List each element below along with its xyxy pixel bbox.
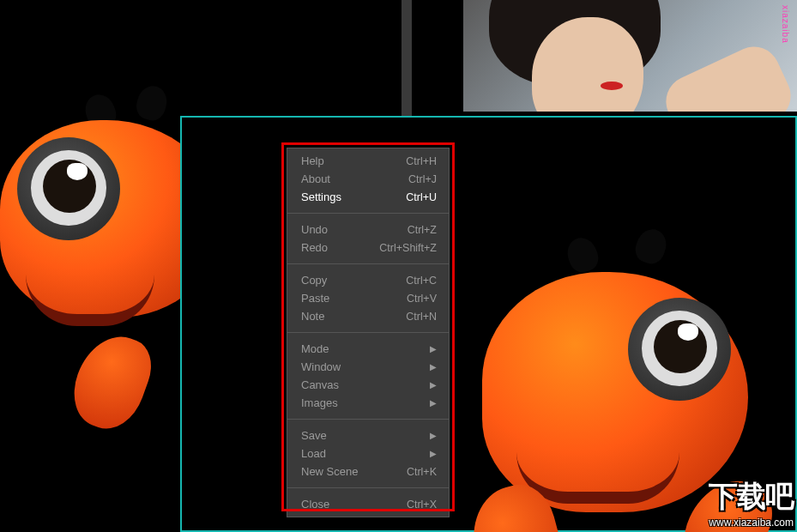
menu-item-close[interactable]: CloseCtrl+X (287, 495, 449, 513)
menu-separator (287, 419, 449, 420)
menu-item-shortcut: Ctrl+H (406, 155, 437, 167)
menu-item-shortcut: Ctrl+K (407, 466, 437, 478)
menu-item-save[interactable]: Save▶ (287, 426, 449, 444)
menu-item-label: Redo (301, 241, 328, 254)
menu-item-label: New Scene (301, 465, 358, 478)
menu-separator (287, 263, 449, 264)
menu-separator (287, 332, 449, 333)
menu-item-shortcut: Ctrl+J (408, 173, 437, 185)
menu-item-canvas[interactable]: Canvas▶ (287, 376, 449, 394)
menu-item-redo[interactable]: RedoCtrl+Shift+Z (287, 239, 449, 257)
menu-item-label: Close (301, 498, 329, 511)
menu-item-paste[interactable]: PasteCtrl+V (287, 289, 449, 307)
menu-item-note[interactable]: NoteCtrl+N (287, 307, 449, 325)
thumbnail-watermark: xiazaiba (781, 5, 790, 44)
menu-item-label: Window (301, 360, 341, 373)
menu-item-new-scene[interactable]: New SceneCtrl+K (287, 462, 449, 481)
reference-thumbnail[interactable]: xiazaiba (463, 0, 797, 112)
menu-item-shortcut: Ctrl+Z (408, 224, 437, 236)
menu-item-label: Undo (301, 223, 328, 236)
menu-item-images[interactable]: Images▶ (287, 394, 449, 412)
menu-separator (287, 213, 449, 214)
menu-item-label: Mode (301, 342, 329, 355)
menu-item-undo[interactable]: UndoCtrl+Z (287, 221, 449, 239)
menu-item-label: About (301, 172, 330, 185)
menu-item-label: Images (301, 396, 338, 409)
menu-item-label: Help (301, 154, 324, 167)
context-menu[interactable]: HelpCtrl+HAboutCtrl+JSettingsCtrl+UUndoC… (287, 148, 450, 517)
menu-item-label: Paste (301, 292, 329, 305)
menu-item-shortcut: Ctrl+C (406, 275, 437, 287)
menu-item-label: Copy (301, 274, 327, 287)
menu-item-label: Load (301, 447, 326, 460)
watermark-url: www.xiazaiba.com (709, 517, 794, 529)
menu-item-mode[interactable]: Mode▶ (287, 340, 449, 358)
menu-item-label: Settings (301, 190, 341, 203)
menu-item-settings[interactable]: SettingsCtrl+U (287, 188, 449, 206)
site-watermark: 下载吧 www.xiazaiba.com (709, 477, 794, 529)
menu-item-help[interactable]: HelpCtrl+H (287, 152, 449, 170)
menu-item-shortcut: Ctrl+X (407, 499, 437, 511)
submenu-arrow-icon: ▶ (430, 398, 437, 408)
menu-item-shortcut: Ctrl+Shift+Z (379, 242, 437, 254)
menu-item-shortcut: Ctrl+U (406, 191, 437, 203)
submenu-arrow-icon: ▶ (430, 344, 437, 354)
menu-item-window[interactable]: Window▶ (287, 358, 449, 376)
active-window[interactable] (180, 116, 797, 532)
menu-separator (287, 487, 449, 488)
menu-item-load[interactable]: Load▶ (287, 444, 449, 462)
menu-item-copy[interactable]: CopyCtrl+C (287, 271, 449, 289)
menu-item-label: Canvas (301, 378, 339, 391)
menu-item-about[interactable]: AboutCtrl+J (287, 170, 449, 188)
watermark-text: 下载吧 (709, 477, 794, 517)
submenu-arrow-icon: ▶ (430, 362, 437, 372)
menu-item-label: Note (301, 310, 324, 323)
submenu-arrow-icon: ▶ (430, 449, 437, 458)
menu-item-label: Save (301, 429, 327, 442)
menu-item-shortcut: Ctrl+N (406, 311, 437, 323)
menu-item-shortcut: Ctrl+V (407, 293, 437, 305)
submenu-arrow-icon: ▶ (430, 431, 437, 440)
submenu-arrow-icon: ▶ (430, 380, 437, 390)
